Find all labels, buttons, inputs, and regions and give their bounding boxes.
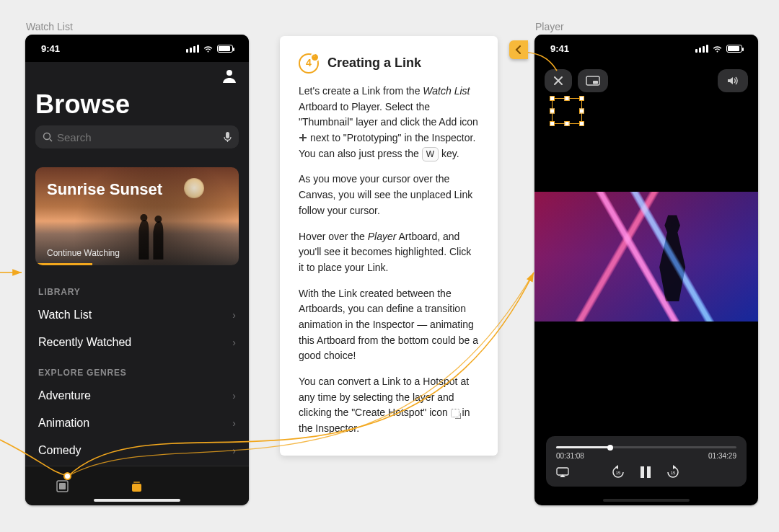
player-controls: 00:31:08 01:34:29 15 15 bbox=[546, 436, 747, 487]
forward-15-icon[interactable]: 15 bbox=[666, 465, 680, 479]
wifi-icon bbox=[203, 45, 214, 53]
chevron-right-icon: › bbox=[232, 390, 236, 402]
hotspot-icon bbox=[451, 409, 459, 417]
pip-icon bbox=[586, 76, 600, 86]
artboard-player[interactable]: 9:41 00:31:08 bbox=[534, 35, 758, 505]
row-label: Adventure bbox=[38, 389, 91, 402]
wifi-icon bbox=[712, 45, 723, 53]
hero-title: Sunrise Sunset bbox=[35, 167, 239, 199]
time-remaining: 01:34:29 bbox=[708, 452, 736, 460]
artboard-label-watchlist[interactable]: Watch List bbox=[26, 21, 73, 32]
profile-icon[interactable] bbox=[221, 68, 237, 84]
home-indicator[interactable] bbox=[94, 499, 180, 502]
player-top-bar bbox=[534, 62, 758, 98]
svg-rect-14 bbox=[641, 466, 644, 478]
airplay-icon[interactable] bbox=[556, 467, 569, 478]
svg-point-5 bbox=[154, 216, 162, 223]
hero-subtitle: Continue Watching bbox=[47, 248, 120, 258]
svg-rect-15 bbox=[647, 466, 651, 478]
row-genre-animation[interactable]: Animation› bbox=[25, 409, 249, 437]
status-bar: 9:41 bbox=[25, 35, 249, 62]
speaker-icon bbox=[726, 76, 739, 86]
status-time: 9:41 bbox=[550, 43, 569, 54]
mic-icon[interactable] bbox=[224, 131, 232, 143]
status-bar: 9:41 bbox=[534, 35, 758, 62]
tutorial-paragraph: Let's create a Link from the Watch List … bbox=[299, 84, 479, 161]
chevron-right-icon: › bbox=[232, 417, 236, 429]
section-header-library: LIBRARY bbox=[25, 275, 249, 301]
time-elapsed: 00:31:08 bbox=[556, 452, 584, 460]
battery-icon bbox=[726, 45, 742, 53]
pause-icon[interactable] bbox=[640, 466, 651, 479]
keyboard-key: W bbox=[422, 147, 439, 161]
svg-text:15: 15 bbox=[616, 471, 621, 475]
svg-rect-9 bbox=[133, 482, 140, 483]
link-origin-dot bbox=[63, 472, 71, 480]
search-bar[interactable] bbox=[35, 125, 239, 148]
layer-selection-outline[interactable] bbox=[552, 98, 582, 124]
row-genre-comedy[interactable]: Comedy› bbox=[25, 437, 249, 464]
page-title: Browse bbox=[35, 88, 239, 125]
svg-point-1 bbox=[44, 133, 50, 140]
status-time: 9:41 bbox=[41, 43, 60, 54]
tab-collection-icon[interactable] bbox=[130, 479, 144, 493]
tutorial-paragraph: As you move your cursor over the Canvas,… bbox=[299, 172, 479, 218]
chevron-right-icon: › bbox=[232, 309, 236, 321]
step-number-badge: 4 bbox=[299, 53, 319, 74]
hero-progress bbox=[35, 263, 92, 265]
svg-rect-8 bbox=[132, 484, 141, 492]
hero-artwork bbox=[124, 209, 182, 260]
row-watch-list[interactable]: Watch List› bbox=[25, 301, 249, 329]
tutorial-paragraph: With the Link created between the Artboa… bbox=[299, 286, 479, 364]
svg-point-4 bbox=[140, 214, 147, 221]
row-recently-watched[interactable]: Recently Watched› bbox=[25, 329, 249, 356]
artboard-watchlist[interactable]: 9:41 Browse Su bbox=[25, 35, 249, 505]
close-icon bbox=[553, 76, 563, 86]
row-label: Watch List bbox=[38, 309, 92, 322]
audio-button[interactable] bbox=[718, 69, 748, 92]
svg-text:15: 15 bbox=[671, 471, 676, 475]
cellular-icon bbox=[186, 45, 199, 53]
scrubber-thumb[interactable] bbox=[607, 445, 613, 451]
tutorial-back-button[interactable] bbox=[509, 40, 528, 59]
battery-icon bbox=[217, 45, 233, 53]
plus-icon bbox=[299, 133, 307, 142]
svg-line-2 bbox=[50, 139, 52, 141]
section-header-genres: EXPLORE GENRES bbox=[25, 356, 249, 382]
row-label: Animation bbox=[38, 417, 89, 430]
svg-rect-3 bbox=[226, 132, 229, 138]
chevron-left-icon bbox=[515, 45, 522, 54]
artboard-label-player[interactable]: Player bbox=[535, 21, 564, 32]
svg-rect-11 bbox=[593, 81, 598, 84]
tab-library-icon[interactable] bbox=[56, 479, 69, 493]
svg-point-0 bbox=[226, 70, 232, 76]
tutorial-card: 4 Creating a Link Let's create a Link fr… bbox=[280, 36, 498, 456]
hero-thumbnail[interactable]: Sunrise Sunset Continue Watching bbox=[35, 167, 239, 265]
back-15-icon[interactable]: 15 bbox=[611, 465, 625, 479]
home-indicator[interactable] bbox=[603, 499, 690, 502]
svg-rect-7 bbox=[59, 483, 66, 489]
pip-button[interactable] bbox=[578, 69, 608, 92]
cellular-icon bbox=[695, 45, 708, 53]
video-frame[interactable] bbox=[534, 192, 758, 322]
search-icon bbox=[43, 132, 53, 142]
scrubber[interactable] bbox=[556, 446, 736, 448]
svg-rect-12 bbox=[557, 468, 568, 475]
tutorial-paragraph: Hover over the Player Artboard, and you'… bbox=[299, 229, 479, 276]
tutorial-title: Creating a Link bbox=[327, 53, 421, 74]
tutorial-paragraph: You can convert a Link to a Hotspot at a… bbox=[299, 374, 479, 437]
chevron-right-icon: › bbox=[232, 445, 236, 456]
search-input[interactable] bbox=[57, 131, 219, 143]
row-label: Comedy bbox=[38, 444, 82, 457]
chevron-right-icon: › bbox=[232, 337, 236, 348]
close-button[interactable] bbox=[545, 69, 572, 92]
row-label: Recently Watched bbox=[38, 336, 131, 349]
row-genre-adventure[interactable]: Adventure› bbox=[25, 382, 249, 409]
